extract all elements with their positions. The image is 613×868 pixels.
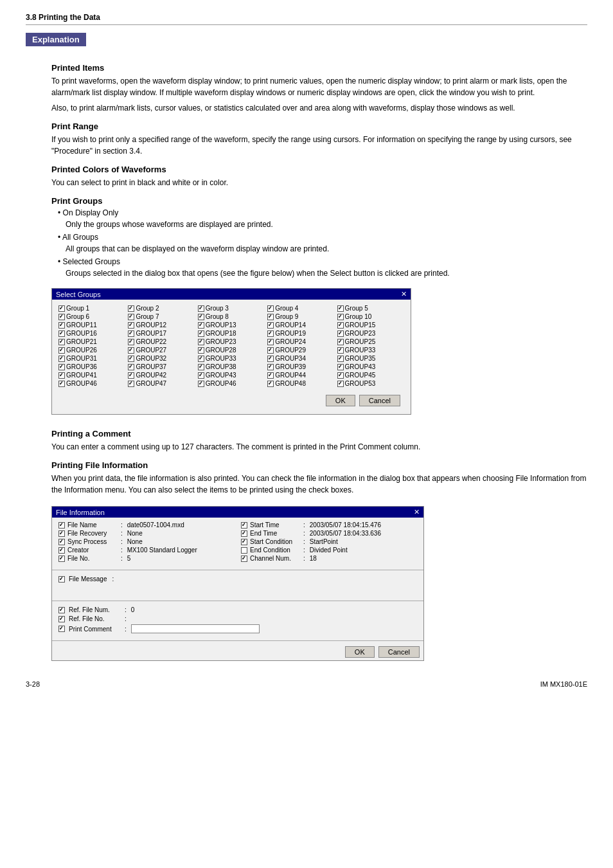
group-item[interactable]: ✓GROUP23	[198, 338, 265, 345]
group-item[interactable]: ✓GROUP41	[58, 372, 125, 379]
fi-right-row: ✓ End Time : 2003/05/07 18:04:33.636	[241, 530, 417, 537]
select-groups-body: ✓Group 1✓Group 2✓Group 3✓Group 4✓Group 5…	[52, 300, 411, 414]
bullet-selected-groups-sub: Groups selected in the dialog box that o…	[66, 267, 587, 279]
group-item[interactable]: ✓GROUP35	[337, 355, 404, 362]
group-item[interactable]: ✓Group 7	[128, 313, 195, 320]
fi-right-row: ✓ Channel Num. : 18	[241, 555, 417, 562]
explanation-badge: Explanation	[26, 33, 86, 46]
printing-file-info-title: Printing File Information	[51, 460, 587, 470]
bullet-all-groups: All Groups	[58, 233, 587, 242]
group-item[interactable]: ✓Group 5	[337, 305, 404, 312]
group-item[interactable]: ✓Group 2	[128, 305, 195, 312]
group-item[interactable]: ✓GROUP18	[198, 330, 265, 337]
file-info-cancel-button[interactable]: Cancel	[378, 646, 420, 658]
file-message-label: File Message	[69, 575, 107, 583]
ref-file-num-value: 0	[131, 606, 135, 613]
print-groups-title: Print Groups	[51, 196, 587, 206]
group-item[interactable]: ✓GROUP17	[128, 330, 195, 337]
group-item[interactable]: ✓GROUP26	[58, 347, 125, 354]
group-item[interactable]: ✓GROUP33	[198, 355, 265, 362]
group-item[interactable]: ✓GROUP46	[198, 380, 265, 387]
group-item[interactable]: ✓GROUP43	[198, 372, 265, 379]
ref-file-num-label: Ref. File Num.	[69, 606, 120, 613]
fi-right-row: End Condition : Divided Point	[241, 547, 417, 554]
group-item[interactable]: ✓GROUP13	[198, 321, 265, 329]
group-item[interactable]: ✓GROUP47	[128, 380, 195, 387]
group-item[interactable]: ✓GROUP22	[128, 338, 195, 345]
printed-items-para-2: Also, to print alarm/mark lists, cursor …	[51, 102, 587, 114]
group-item[interactable]: ✓GROUP19	[267, 330, 334, 337]
main-content: Printed Items To print waveforms, open t…	[51, 63, 587, 667]
group-item[interactable]: ✓GROUP11	[58, 321, 125, 329]
group-item[interactable]: ✓Group 8	[198, 313, 265, 320]
select-groups-cancel-button[interactable]: Cancel	[359, 395, 400, 406]
group-item[interactable]: ✓GROUP36	[58, 363, 125, 370]
group-item[interactable]: ✓GROUP24	[267, 338, 334, 345]
file-info-right: ✓ Start Time : 2003/05/07 18:04:15.476 ✓…	[241, 521, 417, 563]
group-item[interactable]: ✓GROUP14	[267, 321, 334, 329]
groups-grid: ✓Group 1✓Group 2✓Group 3✓Group 4✓Group 5…	[58, 305, 404, 387]
bullet-selected-groups: Selected Groups	[58, 257, 587, 266]
select-groups-title: Select Groups	[56, 291, 101, 298]
fi-left-row: ✓ File No. : 5	[58, 555, 235, 562]
group-item[interactable]: ✓GROUP37	[128, 363, 195, 370]
group-item[interactable]: ✓GROUP32	[128, 355, 195, 362]
group-item[interactable]: ✓GROUP16	[58, 330, 125, 337]
group-item[interactable]: ✓GROUP39	[267, 363, 334, 370]
group-item[interactable]: ✓GROUP25	[337, 338, 404, 345]
file-info-dialog: File Information ✕ ✓ File Name : date050…	[51, 506, 424, 661]
print-range-title: Print Range	[51, 122, 587, 131]
file-info-left: ✓ File Name : date0507-1004.mxd ✓ File R…	[58, 521, 235, 563]
printed-colors-para: You can select to print in black and whi…	[51, 177, 587, 188]
group-item[interactable]: ✓GROUP28	[198, 347, 265, 354]
page-footer: 3-28 IM MX180-01E	[26, 680, 587, 688]
ref-file-no-label: Ref. File No.	[69, 615, 120, 622]
group-item[interactable]: ✓Group 6	[58, 313, 125, 320]
group-item[interactable]: ✓GROUP53	[337, 380, 404, 387]
group-item[interactable]: ✓GROUP46	[58, 380, 125, 387]
group-item[interactable]: ✓GROUP43	[337, 363, 404, 370]
group-item[interactable]: ✓Group 9	[267, 313, 334, 320]
group-item[interactable]: ✓Group 10	[337, 313, 404, 320]
group-item[interactable]: ✓Group 3	[198, 305, 265, 312]
group-item[interactable]: ✓GROUP48	[267, 380, 334, 387]
select-groups-titlebar: Select Groups ✕	[52, 289, 411, 300]
group-item[interactable]: ✓GROUP42	[128, 372, 195, 379]
group-item[interactable]: ✓Group 4	[267, 305, 334, 312]
print-comment-label: Print Comment	[69, 626, 120, 633]
group-item[interactable]: ✓GROUP27	[128, 347, 195, 354]
file-info-ok-button[interactable]: OK	[345, 646, 375, 658]
close-icon[interactable]: ✕	[401, 290, 407, 298]
group-item[interactable]: ✓GROUP29	[267, 347, 334, 354]
group-item[interactable]: ✓GROUP44	[267, 372, 334, 379]
file-info-body: ✓ File Name : date0507-1004.mxd ✓ File R…	[52, 518, 423, 567]
group-item[interactable]: ✓GROUP12	[128, 321, 195, 329]
file-info-titlebar: File Information ✕	[52, 507, 423, 518]
group-item[interactable]: ✓GROUP21	[58, 338, 125, 345]
print-range-para: If you wish to print only a specified ra…	[51, 134, 587, 157]
file-info-title: File Information	[56, 509, 105, 516]
select-groups-ok-button[interactable]: OK	[326, 395, 355, 406]
file-info-ref-section: ✓ Ref. File Num. : 0 ✓ Ref. File No. : ✓…	[52, 604, 423, 638]
section-title-text: 3.8 Printing the Data	[26, 13, 100, 22]
group-item[interactable]: ✓GROUP31	[58, 355, 125, 362]
printed-items-para-1: To print waveforms, open the waveform di…	[51, 75, 587, 98]
group-item[interactable]: ✓Group 1	[58, 305, 125, 312]
group-item[interactable]: ✓GROUP23	[337, 330, 404, 337]
select-groups-buttons: OK Cancel	[58, 392, 404, 409]
group-item[interactable]: ✓GROUP33	[337, 347, 404, 354]
file-info-buttons: OK Cancel	[52, 644, 423, 660]
printed-items-title: Printed Items	[51, 63, 587, 73]
bullet-on-display-sub: Only the groups whose waveforms are disp…	[66, 219, 587, 230]
group-item[interactable]: ✓GROUP34	[267, 355, 334, 362]
group-item[interactable]: ✓GROUP15	[337, 321, 404, 329]
fi-left-row: ✓ File Recovery : None	[58, 530, 235, 537]
group-item[interactable]: ✓GROUP45	[337, 372, 404, 379]
printing-comment-para: You can enter a comment using up to 127 …	[51, 441, 587, 453]
close-icon[interactable]: ✕	[414, 508, 420, 516]
fi-left-row: ✓ Creator : MX100 Standard Logger	[58, 547, 235, 554]
fi-right-row: ✓ Start Time : 2003/05/07 18:04:15.476	[241, 521, 417, 529]
print-comment-input[interactable]	[131, 624, 260, 633]
group-item[interactable]: ✓GROUP38	[198, 363, 265, 370]
fi-right-row: ✓ Start Condition : StartPoint	[241, 538, 417, 545]
